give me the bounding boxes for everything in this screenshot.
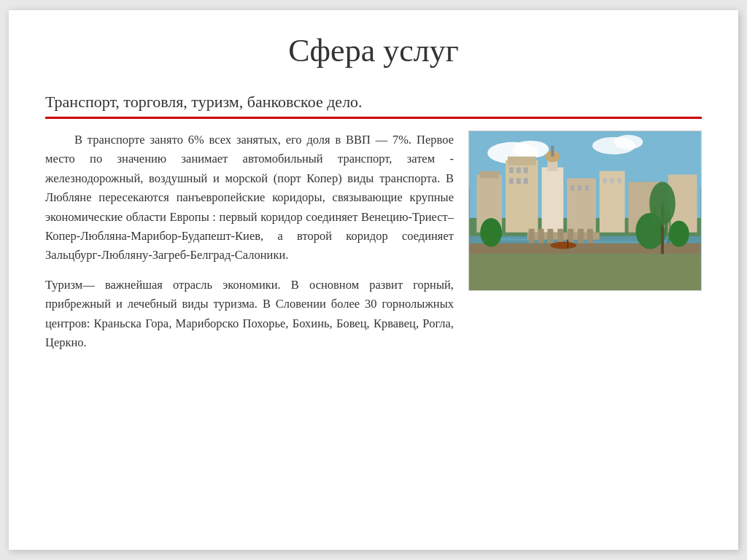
svg-rect-49 [567, 240, 568, 249]
svg-rect-45 [469, 254, 700, 290]
svg-rect-36 [547, 229, 553, 244]
svg-rect-34 [529, 229, 535, 244]
city-image [468, 131, 702, 291]
svg-rect-26 [585, 185, 589, 190]
svg-rect-20 [524, 168, 528, 174]
slide: Сфера услуг Транспорт, торговля, туризм,… [9, 10, 738, 550]
svg-rect-18 [509, 168, 514, 174]
svg-rect-19 [516, 168, 521, 174]
svg-rect-38 [568, 229, 573, 244]
svg-point-2 [513, 141, 549, 158]
svg-rect-35 [538, 229, 544, 244]
svg-point-48 [550, 242, 576, 249]
svg-rect-24 [570, 185, 574, 190]
transport-paragraph: В транспорте занято 6% всех занятых, его… [45, 131, 454, 265]
svg-rect-41 [469, 244, 700, 254]
text-column: В транспорте занято 6% всех занятых, его… [45, 131, 454, 352]
svg-rect-39 [578, 229, 584, 244]
subtitle-text: Транспорт, торговля, туризм, банковское … [45, 90, 702, 114]
svg-point-42 [480, 218, 502, 247]
svg-rect-7 [479, 171, 499, 179]
svg-point-4 [614, 135, 643, 149]
svg-rect-40 [587, 229, 593, 244]
page-title: Сфера услуг [45, 32, 702, 69]
svg-rect-23 [524, 178, 528, 184]
svg-rect-22 [516, 178, 521, 184]
svg-rect-13 [551, 146, 554, 157]
svg-rect-9 [508, 157, 536, 166]
svg-rect-27 [603, 178, 607, 183]
tourism-paragraph: Туризм— важнейшая отрасль экономики. В о… [45, 276, 454, 353]
subtitle-section: Транспорт, торговля, туризм, банковское … [45, 90, 702, 119]
svg-rect-29 [618, 178, 622, 183]
svg-point-44 [669, 221, 689, 247]
svg-rect-28 [611, 178, 614, 183]
svg-rect-10 [542, 168, 564, 233]
image-column [468, 131, 702, 352]
content-area: В транспорте занято 6% всех занятых, его… [45, 131, 702, 352]
svg-rect-25 [578, 185, 581, 190]
ljubljana-svg [469, 131, 701, 290]
svg-rect-37 [557, 229, 563, 244]
svg-rect-21 [509, 178, 514, 184]
